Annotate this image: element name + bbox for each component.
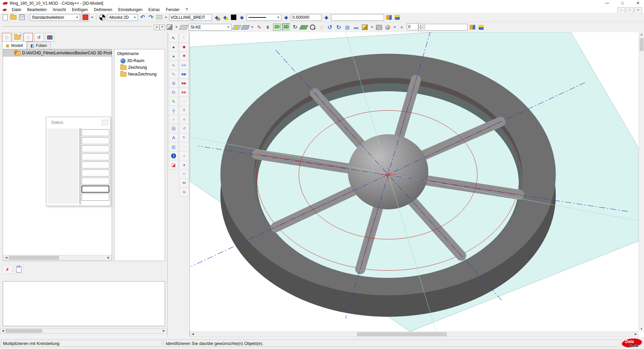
workplane-button[interactable]: [180, 23, 187, 31]
clipboard-button[interactable]: [14, 265, 23, 274]
mdi-restore-button[interactable]: □: [626, 7, 634, 13]
view-rotate-left-button[interactable]: ↺: [326, 23, 334, 31]
move-up-light-tool[interactable]: ▲: [179, 151, 189, 160]
panel-delete-button[interactable]: ◻: [2, 33, 11, 42]
line-width-input[interactable]: [291, 14, 322, 21]
panel-import-button[interactable]: 1: [13, 33, 22, 42]
sphere-blue-tool[interactable]: ●: [169, 43, 178, 52]
menu-definieren[interactable]: Definieren: [91, 7, 115, 13]
wire-path-tool[interactable]: ∿: [169, 61, 178, 70]
scroll-right-icon[interactable]: ▶: [106, 255, 111, 260]
undo-button[interactable]: ↶: [139, 14, 146, 21]
view-user-highlight-button[interactable]: [478, 23, 485, 31]
open-file-button[interactable]: [10, 14, 17, 21]
status-field[interactable]: [82, 169, 109, 177]
status-field[interactable]: [82, 186, 109, 193]
translate-measure-2-tool[interactable]: ▶▶: [179, 88, 189, 97]
hatch-tool[interactable]: ▨: [169, 142, 178, 151]
attribute-input[interactable]: [331, 14, 384, 21]
selection-mode-combobox[interactable]: Standardselektion: [30, 14, 80, 21]
line-width-diamond-button[interactable]: ◆: [282, 14, 290, 21]
scroll-thumb[interactable]: [9, 256, 59, 260]
line-style-diamond-button[interactable]: ◆: [238, 14, 246, 21]
panel-users-button[interactable]: [45, 33, 54, 42]
select-3d-tool[interactable]: ↖: [179, 34, 189, 43]
modify-wrench-tool[interactable]: ⚙: [169, 79, 178, 88]
scroll-left-icon[interactable]: ◀: [0, 329, 5, 333]
text-edit-tool[interactable]: A: [169, 133, 178, 142]
menu-bearbeiten[interactable]: Bearbeiten: [24, 7, 50, 13]
status-field[interactable]: [82, 161, 109, 168]
plane-align-button[interactable]: [241, 23, 249, 31]
point-cross-tool[interactable]: ┼: [169, 106, 178, 115]
restore-button[interactable]: □: [619, 0, 626, 6]
tab-folien[interactable]: ◧ Folien: [27, 42, 51, 49]
new-document-button[interactable]: [1, 14, 9, 21]
lightning-tool[interactable]: ⚡: [169, 115, 178, 124]
spinner-down-button[interactable]: ▼: [418, 27, 423, 31]
translate-dark-tool[interactable]: ▶▶: [179, 70, 189, 79]
favorite-button[interactable]: ★: [398, 23, 406, 31]
object-zeichnung[interactable]: Zeichnung: [114, 64, 165, 71]
layer-diamond-button[interactable]: ◆: [213, 14, 220, 21]
sketch-pencil-tool[interactable]: ✎: [169, 70, 178, 79]
scroll-left-icon[interactable]: ◀: [190, 332, 195, 337]
scroll-right-icon[interactable]: ▶: [161, 329, 166, 333]
attribute-diamond-button[interactable]: ◆: [323, 14, 330, 21]
plane-highlight-button[interactable]: [233, 23, 240, 31]
mirror-light-tool[interactable]: ⋈: [179, 169, 189, 179]
pan-button[interactable]: ☝: [318, 23, 325, 31]
selection-color-dropdown[interactable]: [90, 14, 94, 21]
bulb-diamond-button[interactable]: ◆: [221, 14, 229, 21]
zoom-button[interactable]: [309, 23, 316, 31]
scroll-down-icon[interactable]: ▼: [639, 327, 644, 332]
view-cube-dropdown[interactable]: [174, 23, 178, 31]
object-neuezeichnung[interactable]: NeueZeichnung: [114, 71, 165, 78]
draw-green-pencil-tool[interactable]: ✎: [169, 97, 178, 106]
translate-light-tool[interactable]: ▶▶: [179, 61, 189, 70]
rotate-cw-tool[interactable]: ↻: [179, 133, 189, 142]
pen-color-button[interactable]: [230, 14, 237, 21]
zoom-previous-button[interactable]: ▤: [344, 23, 351, 31]
dock-drag-handle[interactable]: [2, 27, 152, 28]
menu-hilfe[interactable]: ?: [182, 7, 191, 13]
panel-reset-button[interactable]: ↺: [34, 33, 44, 42]
menu-fenster[interactable]: Fenster: [163, 7, 183, 13]
dots-grid-2-tool[interactable]: ⠶: [179, 115, 189, 124]
scroll-up-icon[interactable]: ▲: [639, 32, 644, 37]
view-2d-button[interactable]: 2D: [273, 23, 281, 31]
hatch-display-button[interactable]: [375, 23, 383, 31]
scroll-left-icon[interactable]: ◀: [4, 255, 9, 260]
viewport-vertical-scrollbar[interactable]: ▲ ▼: [639, 32, 644, 332]
status-window-button[interactable]: [102, 120, 108, 125]
status-field[interactable]: [82, 178, 109, 185]
rotate-copy-tool[interactable]: ↻: [169, 88, 178, 97]
move-up-dark-tool[interactable]: ▲: [179, 160, 189, 169]
menu-extras[interactable]: Extras: [146, 7, 163, 13]
model-viewport[interactable]: [190, 32, 639, 332]
tree-item-path[interactable]: D:\AVCHD_Filme\Lernvideos\BeckerCAD 3D P…: [3, 49, 112, 57]
plane-element-button[interactable]: E: [264, 23, 272, 31]
close-button[interactable]: ✕: [635, 0, 641, 6]
user-highlight-button[interactable]: [393, 14, 401, 21]
sphere-green-tool[interactable]: ●: [169, 52, 178, 61]
solid-box-button[interactable]: [361, 23, 369, 31]
grid-snap-dropdown[interactable]: [164, 14, 168, 21]
panel-horizontal-scrollbar[interactable]: ◀ ▶: [0, 328, 167, 334]
redo-button[interactable]: ↷: [147, 14, 155, 21]
line-style-name-input[interactable]: [169, 14, 212, 21]
axis-3d-tool[interactable]: ✱: [179, 52, 189, 61]
object-3d-raum[interactable]: 3D-Raum: [114, 57, 165, 64]
dots-3-tool[interactable]: ∴: [179, 97, 189, 106]
solid-cube-tool[interactable]: ◼: [179, 43, 189, 52]
panel-grab-button[interactable]: ☝: [23, 33, 33, 42]
shade-mode-button[interactable]: ▬: [353, 23, 360, 31]
mirror-dark-tool[interactable]: ⋈: [179, 179, 189, 188]
view-group-users-button[interactable]: [469, 23, 476, 31]
plane-align-dropdown[interactable]: [250, 23, 254, 31]
coordinate-mode-combobox[interactable]: Absolut 2D: [107, 14, 138, 21]
delete-attribute-button[interactable]: ✗: [3, 265, 12, 274]
status-field[interactable]: [82, 145, 109, 152]
scroll-thumb[interactable]: [357, 332, 447, 336]
spinner-up-button[interactable]: ▲: [418, 23, 423, 27]
